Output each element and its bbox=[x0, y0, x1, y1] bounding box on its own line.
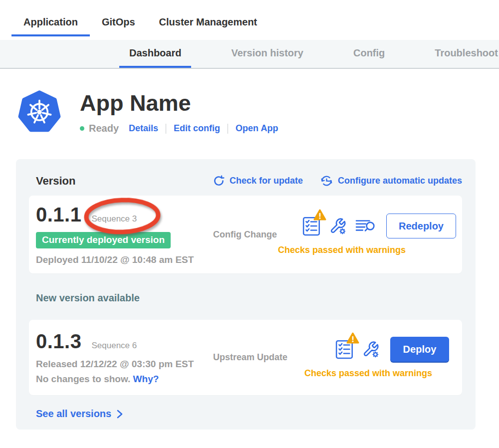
current-sequence-label: Sequence 3 bbox=[91, 214, 137, 224]
tab-troubleshoot[interactable]: Troubleshoot bbox=[425, 40, 499, 68]
app-header-text: App Name Ready Details Edit config Open … bbox=[80, 89, 278, 134]
available-version-source: Upstream Update bbox=[213, 352, 287, 363]
tab-config[interactable]: Config bbox=[343, 40, 395, 68]
refresh-icon bbox=[213, 175, 225, 187]
current-version-number: 0.1.1 bbox=[36, 204, 81, 226]
see-all-versions-link[interactable]: See all versions bbox=[36, 408, 124, 420]
preflight-checklist-icon[interactable] bbox=[335, 339, 353, 359]
app-header: App Name Ready Details Edit config Open … bbox=[18, 89, 499, 134]
why-link[interactable]: Why? bbox=[133, 374, 159, 384]
app-status-row: Ready Details Edit config Open App bbox=[80, 123, 278, 134]
version-panel-header: Version Check for update bbox=[36, 174, 462, 188]
check-for-update-label: Check for update bbox=[230, 176, 303, 186]
preflight-checks-status: Checks passed with warnings bbox=[278, 245, 406, 255]
current-version-card: 0.1.1 Sequence 3 Currently deployed vers… bbox=[29, 196, 462, 273]
changes-line: No changes to show. Why? bbox=[36, 374, 213, 385]
version-panel-title: Version bbox=[36, 175, 75, 188]
warning-triangle-icon bbox=[346, 332, 359, 344]
check-for-update-link[interactable]: Check for update bbox=[213, 175, 303, 187]
new-version-heading: New version available bbox=[36, 292, 462, 304]
wrench-gear-icon[interactable] bbox=[362, 341, 379, 358]
preflight-checks-status: Checks passed with warnings bbox=[304, 368, 432, 379]
wrench-gear-icon[interactable] bbox=[329, 218, 346, 234]
available-version-number: 0.1.3 bbox=[36, 330, 81, 353]
deployed-timestamp: Deployed 11/10/22 @ 10:48 am EST bbox=[36, 254, 213, 265]
version-panel: Version Check for update bbox=[16, 159, 476, 430]
currently-deployed-badge: Currently deployed version bbox=[36, 232, 171, 248]
available-version-actions: Deploy Checks passed with warnings bbox=[328, 337, 456, 379]
current-version-info: 0.1.1 Sequence 3 Currently deployed vers… bbox=[36, 204, 213, 265]
tab-version-history[interactable]: Version history bbox=[221, 40, 313, 68]
divider bbox=[166, 124, 166, 134]
redeploy-button[interactable]: Redeploy bbox=[386, 214, 456, 238]
released-timestamp: Released 12/12/22 @ 03:30 pm EST bbox=[36, 359, 213, 370]
top-nav-gitops[interactable]: GitOps bbox=[90, 16, 147, 36]
top-nav: Application GitOps Cluster Management bbox=[0, 0, 499, 40]
top-nav-cluster-management[interactable]: Cluster Management bbox=[147, 16, 269, 36]
available-version-info: 0.1.3 Sequence 6 Released 12/12/22 @ 03:… bbox=[36, 330, 213, 385]
see-all-versions-label: See all versions bbox=[36, 408, 111, 420]
kubernetes-logo-icon bbox=[18, 90, 61, 133]
app-sub-nav: Dashboard Version history Config Trouble… bbox=[0, 40, 499, 69]
diff-lines-icon[interactable] bbox=[355, 218, 375, 234]
current-version-actions: Redeploy Checks passed with warnings bbox=[302, 214, 456, 255]
version-panel-actions: Check for update Configure automatic upd… bbox=[213, 174, 462, 188]
configure-automatic-updates-label: Configure automatic updates bbox=[338, 176, 462, 186]
available-version-card: 0.1.3 Sequence 6 Released 12/12/22 @ 03:… bbox=[29, 320, 462, 395]
configure-automatic-updates-link[interactable]: Configure automatic updates bbox=[320, 174, 462, 188]
preflight-checklist-icon[interactable] bbox=[302, 216, 320, 236]
top-nav-application[interactable]: Application bbox=[11, 16, 90, 36]
divider bbox=[228, 124, 228, 134]
open-app-link[interactable]: Open App bbox=[236, 123, 278, 134]
page-title: App Name bbox=[80, 92, 278, 114]
deploy-button[interactable]: Deploy bbox=[390, 337, 450, 362]
details-link[interactable]: Details bbox=[129, 123, 158, 134]
tab-dashboard[interactable]: Dashboard bbox=[119, 40, 191, 68]
current-version-source: Config Change bbox=[213, 229, 277, 240]
status-badge: Ready bbox=[89, 123, 119, 134]
scheduled-update-icon bbox=[320, 174, 333, 188]
warning-triangle-icon bbox=[313, 209, 326, 221]
ready-status-dot-icon bbox=[80, 126, 84, 131]
chevron-right-icon bbox=[116, 409, 124, 419]
available-sequence-label: Sequence 6 bbox=[91, 341, 137, 351]
edit-config-link[interactable]: Edit config bbox=[174, 123, 220, 134]
